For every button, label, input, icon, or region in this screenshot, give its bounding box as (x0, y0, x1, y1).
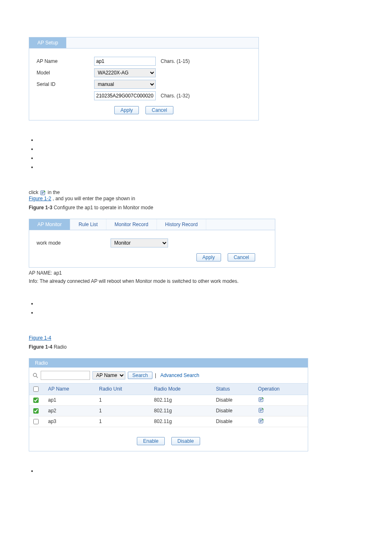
text-in-the: in the (48, 190, 60, 195)
tab-ap-monitor[interactable]: AP Monitor (29, 219, 70, 230)
radio-search-button[interactable]: Search (128, 372, 152, 379)
text-post-fig2: , and you will enter the page shown in (53, 196, 135, 201)
cell-ap: ap1 (46, 395, 97, 405)
bullet-item (37, 155, 367, 164)
radio-table: AP NameRadio UnitRadio ModeStatusOperati… (29, 383, 308, 427)
row-checkbox[interactable] (33, 419, 39, 424)
row-checkbox[interactable] (33, 398, 39, 403)
ap-name-label: AP Name (37, 58, 94, 64)
ap-setup-cancel-button[interactable]: Cancel (145, 106, 173, 114)
text-click: click (29, 190, 40, 195)
cell-status: Disable (214, 405, 256, 416)
model-select[interactable]: WA2220X-AG (94, 68, 156, 77)
bullet-item (37, 164, 367, 173)
col-status: Status (214, 383, 256, 395)
cell-ap: ap2 (46, 405, 97, 416)
fig4-id: Figure 1-4 (29, 344, 52, 350)
tab-ap-setup[interactable]: AP Setup (29, 37, 67, 48)
tab-monitor-record[interactable]: Monitor Record (106, 219, 157, 230)
col-radio-unit: Radio Unit (97, 383, 152, 395)
model-label: Model (37, 70, 94, 76)
serial-hint: Chars. (1-32) (161, 93, 190, 99)
serial-label: Serial ID (37, 81, 94, 87)
radio-enable-button[interactable]: Enable (137, 437, 164, 445)
ap-monitor-panel: AP MonitorRule ListMonitor RecordHistory… (29, 219, 275, 268)
fig3-caption: Configure the ap1 to operate in Monitor … (54, 205, 153, 210)
tab-rule-list[interactable]: Rule List (70, 219, 106, 230)
col-operation: Operation (256, 383, 308, 395)
radio-search-input[interactable] (41, 371, 90, 380)
ap-setup-apply-button[interactable]: Apply (114, 106, 139, 114)
cell-ap: ap3 (46, 416, 97, 427)
advanced-search-link[interactable]: Advanced Search (160, 372, 199, 378)
mode-switch-info: Info: The already connected AP will rebo… (29, 278, 275, 284)
bullet-list-2 (25, 301, 367, 319)
cell-mode: 802.11g (152, 405, 214, 416)
bullet-item (37, 137, 367, 146)
radio-panel: Radio AP Name Search | Advanced Search A… (29, 358, 308, 451)
fig4-link[interactable]: Figure 1-4 (29, 335, 51, 341)
bullet-item (37, 468, 367, 477)
edit-icon[interactable] (258, 407, 265, 413)
cell-status: Disable (214, 395, 256, 405)
monitor-apply-button[interactable]: Apply (196, 253, 221, 261)
work-mode-label: work mode (37, 240, 111, 246)
ap-setup-panel: AP Setup AP Name Chars. (1-15) Model WA2… (29, 37, 259, 120)
serial-number-input[interactable] (94, 91, 156, 100)
bullet-list-1 (25, 137, 367, 173)
ap-name-info: AP NAME: ap1 (29, 270, 275, 276)
serial-mode-select[interactable]: manual (94, 80, 156, 89)
bullet-list-3 (25, 468, 367, 477)
radio-search-field-select[interactable]: AP Name (92, 371, 125, 379)
bullet-item (37, 310, 367, 319)
doc-icon (40, 190, 46, 196)
ap-name-hint: Chars. (1-15) (161, 58, 190, 64)
bullet-item (37, 146, 367, 155)
cell-unit: 1 (97, 416, 152, 427)
table-row: ap31802.11gDisable (29, 416, 308, 427)
table-row: ap11802.11gDisable (29, 395, 308, 405)
cell-unit: 1 (97, 395, 152, 405)
monitor-cancel-button[interactable]: Cancel (228, 253, 255, 261)
fig4-caption: Radio (54, 344, 67, 350)
radio-disable-button[interactable]: Disable (171, 437, 200, 445)
tab-history-record[interactable]: History Record (157, 219, 206, 230)
fig3-id: Figure 1-3 (29, 205, 52, 210)
ap-name-input[interactable] (94, 57, 156, 66)
table-row: ap21802.11gDisable (29, 405, 308, 416)
cell-mode: 802.11g (152, 395, 214, 405)
col-radio-mode: Radio Mode (152, 383, 214, 395)
work-mode-select[interactable]: Monitor (111, 238, 168, 247)
edit-icon[interactable] (258, 418, 265, 424)
col-ap-name: AP Name (46, 383, 97, 395)
fig2-link[interactable]: Figure 1-2 (29, 196, 51, 201)
row-checkbox[interactable] (33, 408, 39, 414)
search-icon (32, 372, 38, 378)
cell-unit: 1 (97, 405, 152, 416)
cell-status: Disable (214, 416, 256, 427)
edit-icon[interactable] (258, 397, 265, 402)
bullet-item (37, 301, 367, 310)
select-all-checkbox[interactable] (33, 386, 39, 392)
cell-mode: 802.11g (152, 416, 214, 427)
radio-header: Radio (29, 358, 308, 368)
